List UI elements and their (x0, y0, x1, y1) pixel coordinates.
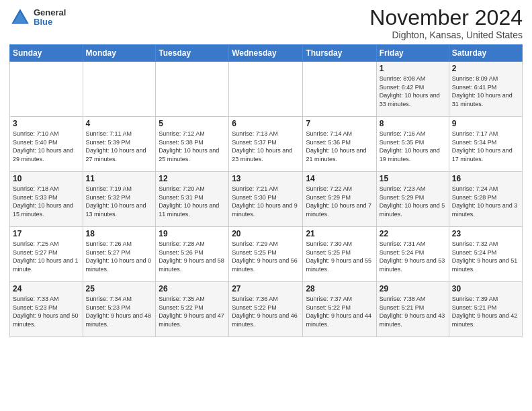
calendar-cell: 1Sunrise: 8:08 AM Sunset: 6:42 PM Daylig… (376, 62, 449, 117)
day-info: Sunrise: 8:08 AM Sunset: 6:42 PM Dayligh… (380, 75, 446, 108)
calendar-cell: 5Sunrise: 7:12 AM Sunset: 5:38 PM Daylig… (156, 117, 229, 172)
month-title: November 2024 (369, 7, 523, 28)
calendar-cell: 8Sunrise: 7:16 AM Sunset: 5:35 PM Daylig… (376, 117, 449, 172)
calendar-cell: 27Sunrise: 7:36 AM Sunset: 5:22 PM Dayli… (229, 282, 303, 337)
day-number: 18 (86, 229, 153, 238)
day-number: 15 (380, 174, 446, 183)
day-info: Sunrise: 7:33 AM Sunset: 5:23 PM Dayligh… (13, 295, 80, 328)
calendar-cell: 7Sunrise: 7:14 AM Sunset: 5:36 PM Daylig… (303, 117, 376, 172)
day-info: Sunrise: 7:36 AM Sunset: 5:22 PM Dayligh… (232, 295, 300, 328)
calendar: SundayMondayTuesdayWednesdayThursdayFrid… (9, 44, 523, 337)
logo: General Blue (9, 7, 66, 28)
logo-text: General Blue (34, 8, 66, 28)
calendar-cell: 24Sunrise: 7:33 AM Sunset: 5:23 PM Dayli… (10, 282, 83, 337)
calendar-cell: 9Sunrise: 7:17 AM Sunset: 5:34 PM Daylig… (449, 117, 522, 172)
day-info: Sunrise: 7:25 AM Sunset: 5:27 PM Dayligh… (13, 240, 80, 273)
day-info: Sunrise: 7:17 AM Sunset: 5:34 PM Dayligh… (452, 130, 519, 163)
day-info: Sunrise: 7:19 AM Sunset: 5:32 PM Dayligh… (86, 185, 153, 218)
page: General Blue November 2024 Dighton, Kans… (0, 0, 532, 411)
day-number: 21 (306, 229, 373, 238)
day-number: 26 (159, 284, 226, 293)
calendar-cell: 16Sunrise: 7:24 AM Sunset: 5:28 PM Dayli… (449, 172, 522, 227)
day-number: 29 (380, 284, 446, 293)
weekday-header-tuesday: Tuesday (156, 45, 229, 62)
calendar-cell: 26Sunrise: 7:35 AM Sunset: 5:22 PM Dayli… (156, 282, 229, 337)
calendar-cell: 14Sunrise: 7:22 AM Sunset: 5:29 PM Dayli… (303, 172, 376, 227)
day-number: 23 (452, 229, 519, 238)
calendar-cell: 22Sunrise: 7:31 AM Sunset: 5:24 PM Dayli… (376, 227, 449, 282)
day-info: Sunrise: 7:26 AM Sunset: 5:27 PM Dayligh… (86, 240, 153, 273)
day-number: 8 (380, 119, 446, 128)
day-number: 14 (306, 174, 373, 183)
week-row-4: 24Sunrise: 7:33 AM Sunset: 5:23 PM Dayli… (10, 282, 523, 337)
day-info: Sunrise: 7:24 AM Sunset: 5:28 PM Dayligh… (452, 185, 519, 218)
day-number: 22 (380, 229, 446, 238)
header: General Blue November 2024 Dighton, Kans… (9, 7, 523, 40)
week-row-3: 17Sunrise: 7:25 AM Sunset: 5:27 PM Dayli… (10, 227, 523, 282)
day-info: Sunrise: 7:20 AM Sunset: 5:31 PM Dayligh… (159, 185, 226, 218)
week-row-2: 10Sunrise: 7:18 AM Sunset: 5:33 PM Dayli… (10, 172, 523, 227)
day-number: 28 (306, 284, 373, 293)
title-block: November 2024 Dighton, Kansas, United St… (369, 7, 523, 40)
weekday-header-thursday: Thursday (303, 45, 376, 62)
day-info: Sunrise: 7:39 AM Sunset: 5:21 PM Dayligh… (452, 295, 519, 328)
weekday-header-friday: Friday (376, 45, 449, 62)
day-number: 27 (232, 284, 300, 293)
calendar-cell: 23Sunrise: 7:32 AM Sunset: 5:24 PM Dayli… (449, 227, 522, 282)
day-number: 30 (452, 284, 519, 293)
day-info: Sunrise: 7:34 AM Sunset: 5:23 PM Dayligh… (86, 295, 153, 328)
weekday-header-wednesday: Wednesday (229, 45, 303, 62)
day-number: 6 (232, 119, 300, 128)
calendar-cell: 25Sunrise: 7:34 AM Sunset: 5:23 PM Dayli… (83, 282, 156, 337)
day-number: 5 (159, 119, 226, 128)
location: Dighton, Kansas, United States (369, 30, 523, 40)
day-number: 4 (86, 119, 153, 128)
day-number: 12 (159, 174, 226, 183)
day-info: Sunrise: 7:38 AM Sunset: 5:21 PM Dayligh… (380, 295, 446, 328)
day-info: Sunrise: 7:23 AM Sunset: 5:29 PM Dayligh… (380, 185, 446, 218)
day-info: Sunrise: 7:11 AM Sunset: 5:39 PM Dayligh… (86, 130, 153, 163)
day-number: 25 (86, 284, 153, 293)
calendar-cell: 19Sunrise: 7:28 AM Sunset: 5:26 PM Dayli… (156, 227, 229, 282)
logo-general: General (34, 8, 66, 17)
calendar-cell (303, 62, 376, 117)
day-number: 7 (306, 119, 373, 128)
calendar-cell: 13Sunrise: 7:21 AM Sunset: 5:30 PM Dayli… (229, 172, 303, 227)
calendar-cell: 11Sunrise: 7:19 AM Sunset: 5:32 PM Dayli… (83, 172, 156, 227)
day-number: 1 (380, 64, 446, 73)
calendar-cell (10, 62, 83, 117)
calendar-cell: 2Sunrise: 8:09 AM Sunset: 6:41 PM Daylig… (449, 62, 522, 117)
day-info: Sunrise: 7:30 AM Sunset: 5:25 PM Dayligh… (306, 240, 373, 273)
calendar-cell: 28Sunrise: 7:37 AM Sunset: 5:22 PM Dayli… (303, 282, 376, 337)
day-info: Sunrise: 7:21 AM Sunset: 5:30 PM Dayligh… (232, 185, 300, 218)
day-info: Sunrise: 7:35 AM Sunset: 5:22 PM Dayligh… (159, 295, 226, 328)
day-info: Sunrise: 7:32 AM Sunset: 5:24 PM Dayligh… (452, 240, 519, 273)
day-number: 10 (13, 174, 80, 183)
day-info: Sunrise: 7:10 AM Sunset: 5:40 PM Dayligh… (13, 130, 80, 163)
day-info: Sunrise: 7:22 AM Sunset: 5:29 PM Dayligh… (306, 185, 373, 218)
day-number: 11 (86, 174, 153, 183)
calendar-cell: 17Sunrise: 7:25 AM Sunset: 5:27 PM Dayli… (10, 227, 83, 282)
day-info: Sunrise: 7:16 AM Sunset: 5:35 PM Dayligh… (380, 130, 446, 163)
calendar-cell (229, 62, 303, 117)
calendar-cell: 3Sunrise: 7:10 AM Sunset: 5:40 PM Daylig… (10, 117, 83, 172)
calendar-cell (83, 62, 156, 117)
logo-blue: Blue (34, 17, 66, 27)
day-info: Sunrise: 7:28 AM Sunset: 5:26 PM Dayligh… (159, 240, 226, 273)
day-number: 16 (452, 174, 519, 183)
weekday-header-row: SundayMondayTuesdayWednesdayThursdayFrid… (10, 45, 523, 62)
calendar-cell: 15Sunrise: 7:23 AM Sunset: 5:29 PM Dayli… (376, 172, 449, 227)
calendar-cell: 12Sunrise: 7:20 AM Sunset: 5:31 PM Dayli… (156, 172, 229, 227)
day-info: Sunrise: 7:14 AM Sunset: 5:36 PM Dayligh… (306, 130, 373, 163)
calendar-cell: 30Sunrise: 7:39 AM Sunset: 5:21 PM Dayli… (449, 282, 522, 337)
day-number: 17 (13, 229, 80, 238)
calendar-cell: 6Sunrise: 7:13 AM Sunset: 5:37 PM Daylig… (229, 117, 303, 172)
day-number: 9 (452, 119, 519, 128)
week-row-1: 3Sunrise: 7:10 AM Sunset: 5:40 PM Daylig… (10, 117, 523, 172)
calendar-cell: 20Sunrise: 7:29 AM Sunset: 5:25 PM Dayli… (229, 227, 303, 282)
day-number: 13 (232, 174, 300, 183)
calendar-cell (156, 62, 229, 117)
day-info: Sunrise: 7:37 AM Sunset: 5:22 PM Dayligh… (306, 295, 373, 328)
day-number: 19 (159, 229, 226, 238)
calendar-cell: 4Sunrise: 7:11 AM Sunset: 5:39 PM Daylig… (83, 117, 156, 172)
